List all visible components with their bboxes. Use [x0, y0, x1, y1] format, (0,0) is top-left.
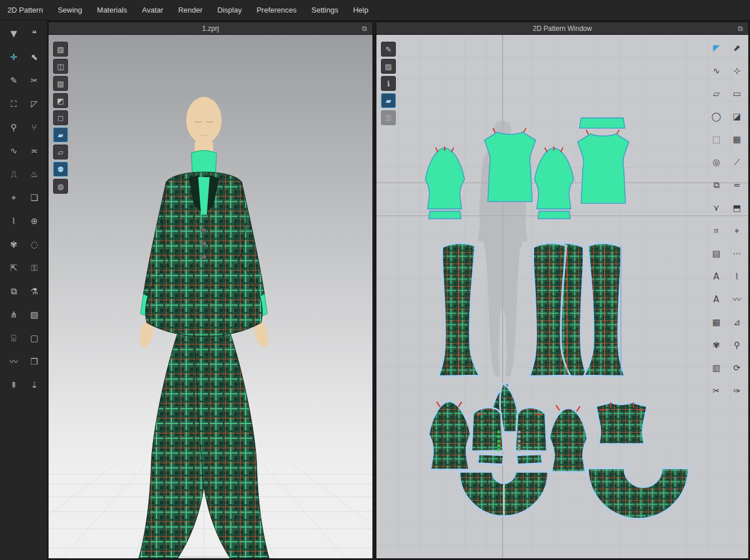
menu-render[interactable]: Render	[171, 0, 210, 20]
panel-2d-titlebar[interactable]: 2D Pattern Window ⧉	[376, 22, 748, 35]
tool-2d-trace[interactable]: ⧉	[708, 177, 725, 194]
show-mesh[interactable]: ◩	[53, 93, 68, 108]
tool-sew-free-3d[interactable]: ∿	[5, 142, 22, 159]
pattern-knit-bodice-back[interactable]	[577, 134, 629, 203]
tool-2d-measure[interactable]: ⌗	[708, 222, 725, 239]
tool-flatten[interactable]: ❏	[26, 189, 43, 206]
tool-layer-clone[interactable]: ⧉	[5, 283, 22, 300]
tool-2d-grid-layout[interactable]: ▦	[708, 314, 725, 331]
tool-swatch[interactable]: ▧	[26, 306, 43, 323]
tool-lock-avatar[interactable]: ⚿	[26, 259, 43, 277]
tool-2d-internal-rect[interactable]: ▦	[728, 131, 745, 148]
tool-pin-3d[interactable]: ⚲	[5, 119, 22, 136]
tool-2d-dart[interactable]: ◪	[728, 108, 745, 125]
menu-2d-pattern[interactable]: 2D Pattern	[0, 0, 50, 20]
show-pattern-outline[interactable]: ▱	[53, 145, 68, 159]
tool-2d-ruler[interactable]: ▤	[708, 245, 725, 262]
tool-lift-gizmo[interactable]: ⇞	[5, 377, 22, 394]
tool-2d-rectangle[interactable]: ▭	[728, 85, 745, 102]
menu-avatar[interactable]: Avatar	[135, 0, 171, 20]
tool-2d-transform[interactable]: ⬈	[728, 39, 745, 57]
pattern-knit-bodice-front[interactable]	[484, 132, 536, 201]
tool-brush-3d[interactable]: ✾	[5, 236, 22, 253]
tool-fit-target[interactable]: ⊕	[26, 213, 43, 230]
tool-2d-internal-circle[interactable]: ◎	[708, 154, 725, 171]
menu-preferences[interactable]: Preferences	[249, 0, 304, 20]
tool-box-select[interactable]: ⬉	[26, 49, 43, 66]
tool-2d-polygon[interactable]: ▱	[708, 85, 725, 102]
tool-2d-comment[interactable]: ✑	[728, 382, 745, 399]
show-avatar[interactable]: ⚉	[53, 162, 68, 177]
viewport-3d[interactable]: ▧◫▨◩◻▰▱⚉◍	[49, 35, 372, 558]
tool-2d-sync[interactable]: ⟳	[728, 359, 745, 377]
show-monochrome[interactable]: ◻	[53, 110, 68, 125]
tool-crate[interactable]: ❒	[26, 353, 43, 370]
show-2d-texture[interactable]: ▨	[381, 59, 396, 74]
tool-2d-baseline[interactable]: ⟋	[728, 154, 745, 171]
show-fabric[interactable]: ▰	[53, 127, 68, 142]
tool-2d-edit-pattern[interactable]: ◤	[708, 39, 725, 57]
menu-sewing[interactable]: Sewing	[50, 0, 90, 20]
tool-zigzag-3d[interactable]: 〰	[5, 353, 22, 370]
tool-2d-zigzag[interactable]: ⌇	[728, 268, 745, 285]
tool-2d-seam-tape[interactable]: ≂	[728, 177, 745, 194]
show-2d-info[interactable]: ℹ	[381, 76, 396, 91]
show-2d-pen[interactable]: ✎	[381, 42, 396, 57]
pattern-jacket-back[interactable]	[596, 402, 647, 444]
lock-2d[interactable]: ⚿	[381, 110, 396, 125]
tool-2d-wave[interactable]: 〰	[728, 291, 745, 308]
show-texture-surface[interactable]: ▨	[53, 76, 68, 91]
menu-materials[interactable]: Materials	[90, 0, 135, 20]
tool-show-garment[interactable]: ⛶	[5, 95, 22, 113]
tool-2d-add-point[interactable]: ⊹	[728, 62, 745, 79]
tool-2d-mannequin[interactable]: ⚲	[728, 337, 745, 354]
tool-2d-text-style[interactable]: A	[708, 291, 725, 308]
panel-3d-titlebar[interactable]: 1.zprj ⧉	[49, 22, 372, 35]
tool-steam[interactable]: ♨	[26, 166, 43, 183]
tool-2d-notch[interactable]: ⋎	[708, 199, 725, 217]
tool-2d-circle[interactable]: ◯	[708, 108, 725, 125]
tool-2d-cut[interactable]: ✂	[708, 382, 725, 399]
tool-simulate[interactable]: ▼	[5, 25, 22, 42]
show-3d-style[interactable]: ◫	[53, 59, 68, 74]
tool-2d-paint[interactable]: ✾	[708, 337, 725, 354]
panel-3d-popout-icon[interactable]: ⧉	[359, 23, 370, 34]
tool-pen-3d[interactable]: ✎	[5, 72, 22, 89]
tool-gravity[interactable]: ⇣	[26, 377, 43, 394]
tool-2d-internal-polygon[interactable]: ⬚	[708, 131, 725, 148]
tool-select-move[interactable]: ✛	[5, 49, 22, 66]
tool-hanger[interactable]: ⋔	[5, 306, 22, 323]
tool-export-pose[interactable]: ⇱	[5, 259, 22, 277]
menu-help[interactable]: Help	[346, 0, 376, 20]
menu-settings[interactable]: Settings	[304, 0, 346, 20]
viewport-2d[interactable]: ✎▨ℹ▰⚿ ◤⬈∿⊹▱▭◯◪⬚▦◎⟋⧉≂⋎⬒⌗⌖▤⋯A⌇A〰▦⊿✾⚲▥⟳✂✑	[376, 35, 748, 558]
tool-solidify[interactable]: ⚗	[26, 283, 43, 300]
show-3d-garment[interactable]: ▧	[53, 42, 68, 57]
pattern-jacket-hem-strip-left[interactable]	[478, 454, 504, 465]
pattern-knit-cuff-left[interactable]	[429, 211, 462, 219]
show-2d-mesh[interactable]: ▰	[381, 93, 396, 108]
menu-display[interactable]: Display	[210, 0, 250, 20]
tool-2d-spec[interactable]: ⋯	[728, 245, 745, 262]
tool-2d-print-layout[interactable]: ▥	[708, 359, 725, 377]
tool-tweezers[interactable]: ⑂	[26, 119, 43, 136]
tool-2d-text[interactable]: A	[708, 268, 725, 285]
tool-scissors-3d[interactable]: ✂	[26, 72, 43, 89]
tool-stitch-edit[interactable]: ⌇	[5, 213, 22, 230]
tool-2d-angle[interactable]: ⊿	[728, 314, 745, 331]
tool-2d-edit-curve[interactable]: ∿	[708, 62, 725, 79]
pattern-jacket-hem-strip-right[interactable]	[516, 454, 543, 465]
show-environment[interactable]: ◍	[53, 179, 68, 194]
tool-pin-tack[interactable]: ❝	[26, 25, 43, 42]
pattern-knit-collar-band[interactable]	[579, 118, 625, 128]
tool-sew-segment-3d[interactable]: ≍	[26, 142, 43, 159]
tool-measure-3d[interactable]: ⌖	[5, 189, 22, 206]
tool-dart-3d[interactable]: ◸	[26, 95, 43, 113]
panel-2d-popout-icon[interactable]: ⧉	[735, 23, 745, 34]
tool-tape-3d[interactable]: ⌻	[5, 330, 22, 347]
pattern-knit-cuff-right[interactable]	[538, 211, 571, 219]
tool-2d-grade[interactable]: ⬒	[728, 199, 745, 217]
tool-bounding[interactable]: ▢	[26, 330, 43, 347]
tool-fold-arrangement[interactable]: ⎍	[5, 166, 22, 183]
tool-uv-sphere[interactable]: ◌	[26, 236, 43, 253]
